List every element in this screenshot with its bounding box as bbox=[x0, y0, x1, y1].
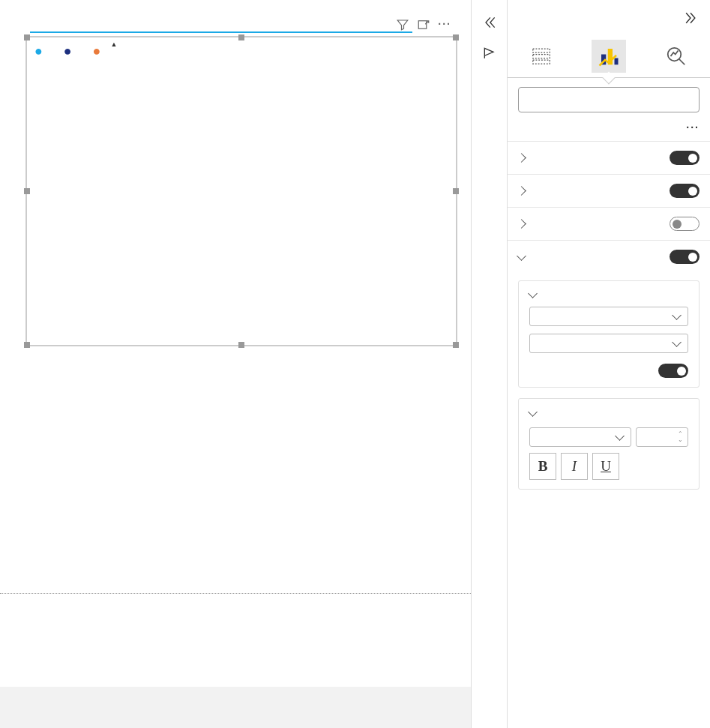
format-mode-switch bbox=[508, 35, 710, 78]
visualizations-pane: ··· bbox=[507, 0, 710, 728]
format-mode-icon[interactable] bbox=[592, 40, 626, 73]
svg-rect-3 bbox=[533, 60, 550, 64]
bold-button[interactable]: B bbox=[529, 453, 556, 480]
focus-mode-icon[interactable] bbox=[417, 18, 430, 34]
table-header-row bbox=[30, 25, 412, 32]
resize-handle[interactable] bbox=[453, 342, 459, 348]
chart-legend: ● ● ● bbox=[27, 37, 456, 65]
col-state[interactable] bbox=[30, 25, 84, 32]
svg-rect-0 bbox=[419, 21, 427, 29]
font-size-stepper[interactable]: ⌃⌄ bbox=[636, 427, 688, 447]
chevron-down-icon bbox=[672, 310, 682, 320]
fields-mode-icon[interactable] bbox=[524, 40, 559, 73]
format-visual-label bbox=[508, 29, 710, 35]
resize-handle[interactable] bbox=[24, 34, 30, 40]
svg-point-7 bbox=[668, 48, 682, 61]
format-search-box[interactable] bbox=[518, 87, 700, 112]
legend-options-card bbox=[518, 280, 700, 388]
chevron-down-icon bbox=[672, 337, 682, 347]
resize-handle[interactable] bbox=[453, 34, 459, 40]
card-x-axis[interactable] bbox=[508, 141, 710, 174]
text-section[interactable] bbox=[529, 408, 688, 420]
toggle-legend[interactable] bbox=[670, 250, 700, 264]
expand-filters-icon[interactable] bbox=[482, 15, 497, 32]
resize-handle[interactable] bbox=[24, 342, 30, 348]
resize-handle[interactable] bbox=[238, 342, 244, 348]
toggle-y-axis[interactable] bbox=[670, 184, 700, 198]
italic-button[interactable]: I bbox=[561, 453, 588, 480]
report-canvas: ··· ● ● ● bbox=[0, 0, 471, 594]
svg-rect-2 bbox=[533, 55, 550, 58]
toggle-match-line-color[interactable] bbox=[658, 364, 688, 378]
card-secondary-y-axis[interactable] bbox=[508, 207, 710, 240]
more-options-icon[interactable]: ··· bbox=[686, 121, 700, 133]
resize-handle[interactable] bbox=[238, 34, 244, 40]
legend-text-card: ⌃⌄ B I U bbox=[518, 398, 700, 490]
col-affordability[interactable] bbox=[178, 25, 319, 32]
col-weather[interactable] bbox=[84, 25, 178, 32]
collapse-viz-icon[interactable] bbox=[683, 10, 698, 28]
filters-collapsed-pane bbox=[471, 0, 507, 728]
resize-handle[interactable] bbox=[453, 188, 459, 194]
bookmark-icon[interactable] bbox=[482, 46, 497, 63]
chart-visual[interactable]: ··· ● ● ● bbox=[25, 36, 457, 346]
svg-rect-6 bbox=[615, 58, 619, 65]
more-options-icon[interactable]: ··· bbox=[438, 18, 451, 34]
options-section[interactable] bbox=[529, 290, 688, 299]
font-select[interactable] bbox=[529, 427, 631, 447]
step-down-icon[interactable]: ⌄ bbox=[678, 437, 683, 443]
analytics-mode-icon[interactable] bbox=[659, 40, 694, 73]
chevron-down-icon bbox=[615, 431, 625, 441]
filter-icon[interactable] bbox=[396, 18, 409, 34]
resize-handle[interactable] bbox=[24, 188, 30, 194]
data-table bbox=[30, 25, 412, 33]
search-input[interactable] bbox=[532, 92, 691, 107]
visual-toolbar: ··· bbox=[396, 18, 451, 34]
card-legend[interactable] bbox=[508, 240, 710, 273]
page-bottom bbox=[0, 687, 471, 728]
svg-rect-1 bbox=[533, 49, 550, 52]
toggle-x-axis[interactable] bbox=[670, 151, 700, 165]
card-y-axis[interactable] bbox=[508, 174, 710, 207]
position-select[interactable] bbox=[529, 307, 688, 326]
style-select[interactable] bbox=[529, 334, 688, 353]
combo-chart bbox=[27, 65, 454, 343]
toggle-secondary-y[interactable] bbox=[670, 217, 700, 231]
underline-button[interactable]: U bbox=[592, 453, 619, 480]
